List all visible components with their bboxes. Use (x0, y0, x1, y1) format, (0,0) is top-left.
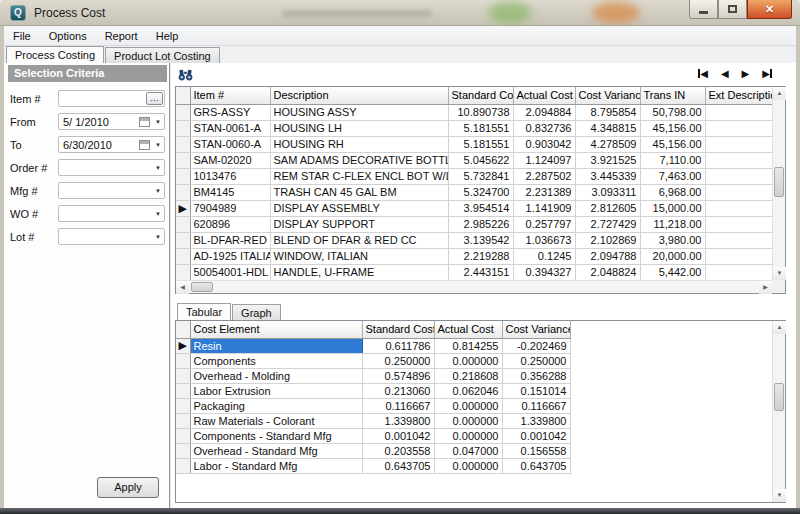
calendar-icon[interactable] (139, 140, 150, 150)
cell[interactable]: 1013476 (190, 168, 270, 184)
cell[interactable]: 0.394327 (513, 264, 575, 280)
cell[interactable]: BLEND OF DFAR & RED CC (270, 232, 448, 248)
row-selector[interactable] (176, 264, 190, 280)
cell[interactable]: 8.795854 (575, 104, 640, 120)
row-selector[interactable] (176, 398, 190, 413)
cell[interactable]: 3.954514 (448, 200, 513, 216)
column-header-cost-variance[interactable]: Cost Variance (502, 321, 570, 338)
cell[interactable]: 0.903042 (513, 136, 575, 152)
table-row[interactable]: Packaging0.1166670.0000000.116667 (176, 398, 570, 413)
row-selector[interactable] (176, 413, 190, 428)
cell[interactable]: 2.985226 (448, 216, 513, 232)
cell[interactable]: 5.324700 (448, 184, 513, 200)
table-row[interactable]: 1013476REM STAR C-FLEX ENCL BOT W/LP5.73… (176, 168, 772, 184)
cell[interactable]: WINDOW, ITALIAN (270, 248, 448, 264)
cell[interactable]: AD-1925 ITALIAN (190, 248, 270, 264)
cell[interactable]: 0.218608 (434, 368, 502, 383)
last-record-icon[interactable]: ▶ (762, 68, 772, 79)
maximize-button[interactable] (718, 0, 747, 19)
scrollbar-thumb[interactable] (191, 282, 213, 292)
cell[interactable]: STAN-0060-A (190, 136, 270, 152)
cell[interactable]: 7904989 (190, 200, 270, 216)
cell[interactable]: 7,110.00 (640, 152, 705, 168)
cell[interactable]: 1.339800 (362, 413, 434, 428)
cell[interactable]: 10.890738 (448, 104, 513, 120)
chevron-down-icon[interactable]: ▼ (152, 211, 164, 217)
row-selector[interactable] (176, 368, 190, 383)
cell[interactable]: HOUSING LH (270, 120, 448, 136)
cell[interactable]: 2.287502 (513, 168, 575, 184)
cell[interactable]: 0.213060 (362, 383, 434, 398)
cell[interactable]: 2.231389 (513, 184, 575, 200)
row-selector[interactable] (176, 120, 190, 136)
cell[interactable] (705, 120, 772, 136)
cell[interactable]: 0.250000 (502, 353, 570, 368)
cell[interactable]: 0.832736 (513, 120, 575, 136)
cell[interactable]: BL-DFAR-RED (190, 232, 270, 248)
menu-item-report[interactable]: Report (96, 28, 147, 44)
minimize-button[interactable] (689, 0, 718, 19)
horizontal-scrollbar[interactable]: ◀ ▶ (176, 280, 772, 293)
cell[interactable]: 1.141909 (513, 200, 575, 216)
chevron-down-icon[interactable]: ▼ (152, 119, 164, 125)
cell[interactable]: 1.036673 (513, 232, 575, 248)
cell[interactable]: 0.000000 (434, 428, 502, 443)
row-selector[interactable] (176, 152, 190, 168)
chevron-down-icon[interactable]: ▼ (152, 234, 164, 240)
cell[interactable]: 0.250000 (362, 353, 434, 368)
cell[interactable]: 15,000.00 (640, 200, 705, 216)
scroll-up-icon[interactable]: ▲ (773, 87, 786, 100)
cell[interactable]: 0.611786 (362, 338, 434, 353)
cell[interactable] (705, 136, 772, 152)
cell[interactable]: 20,000.00 (640, 248, 705, 264)
table-row[interactable]: STAN-0060-AHOUSING RH5.1815510.9030424.2… (176, 136, 772, 152)
column-header-actual-cost[interactable]: Actual Cost (513, 87, 575, 104)
column-header-standard-cost[interactable]: Standard Cost (362, 321, 434, 338)
cell[interactable]: 45,156.00 (640, 120, 705, 136)
cell[interactable]: HOUSING ASSY (270, 104, 448, 120)
close-button[interactable]: ✕ (747, 0, 792, 19)
cell[interactable]: Labor Extrusion (190, 383, 362, 398)
tab-tabular[interactable]: Tabular (177, 303, 231, 320)
cell[interactable]: 3.093311 (575, 184, 640, 200)
next-record-icon[interactable]: ▶ (742, 68, 750, 79)
cell[interactable] (705, 152, 772, 168)
cell[interactable]: Components (190, 353, 362, 368)
cell[interactable]: 0.1245 (513, 248, 575, 264)
calendar-icon[interactable] (139, 117, 150, 127)
cell[interactable]: BM4145 (190, 184, 270, 200)
cell[interactable]: STAN-0061-A (190, 120, 270, 136)
cell[interactable]: 0.116667 (502, 398, 570, 413)
row-selector[interactable] (176, 216, 190, 232)
column-header-cost-element[interactable]: Cost Element (190, 321, 362, 338)
row-selector[interactable] (176, 168, 190, 184)
scroll-down-icon[interactable]: ▼ (773, 489, 786, 502)
cell[interactable] (705, 168, 772, 184)
row-selector[interactable] (176, 383, 190, 398)
cell[interactable]: 2.094788 (575, 248, 640, 264)
cell[interactable]: 2.219288 (448, 248, 513, 264)
cell[interactable]: 0.643705 (502, 458, 570, 473)
cell[interactable]: 7,463.00 (640, 168, 705, 184)
previous-record-icon[interactable]: ◀ (721, 68, 729, 79)
cell[interactable]: Labor - Standard Mfg (190, 458, 362, 473)
cell[interactable]: 4.278509 (575, 136, 640, 152)
cell[interactable]: 620896 (190, 216, 270, 232)
cell[interactable] (705, 232, 772, 248)
table-row[interactable]: 50054001-HDLHANDLE, U-FRAME2.4431510.394… (176, 264, 772, 280)
tab-product-lot-costing[interactable]: Product Lot Costing (105, 47, 220, 63)
cell[interactable]: REM STAR C-FLEX ENCL BOT W/LP (270, 168, 448, 184)
cell[interactable]: Packaging (190, 398, 362, 413)
cell[interactable]: 3.445339 (575, 168, 640, 184)
menu-item-help[interactable]: Help (147, 28, 188, 44)
cell[interactable]: HANDLE, U-FRAME (270, 264, 448, 280)
title-bar[interactable]: Q Process Cost ✕ (0, 0, 800, 26)
cell[interactable] (705, 200, 772, 216)
table-row[interactable]: Components - Standard Mfg0.0010420.00000… (176, 428, 570, 443)
tab-process-costing[interactable]: Process Costing (6, 46, 104, 63)
apply-button[interactable]: Apply (97, 477, 159, 498)
cell[interactable]: 1.339800 (502, 413, 570, 428)
chevron-down-icon[interactable]: ▼ (152, 142, 164, 148)
lot-number-input[interactable]: ▼ (58, 228, 165, 245)
chevron-down-icon[interactable]: ▼ (152, 188, 164, 194)
